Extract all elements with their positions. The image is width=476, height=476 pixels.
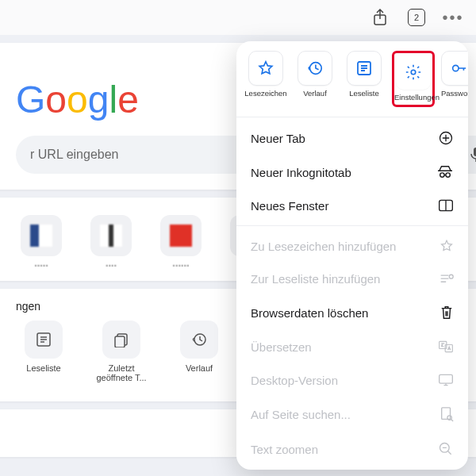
top-toolbar: 2 ••• [0, 0, 476, 35]
zoom-icon [438, 441, 454, 457]
menu-new-tab[interactable]: Neuer Tab [236, 121, 468, 155]
history-icon [298, 51, 332, 86]
svg-point-9 [411, 70, 416, 75]
chip-password-manager[interactable]: Passwortmanag [441, 51, 465, 107]
search-placeholder: r URL eingeben [30, 148, 118, 162]
plus-circle-icon [438, 130, 454, 146]
svg-point-13 [446, 173, 450, 177]
site-tile[interactable]: ▪▪▪▪▪ [16, 215, 67, 270]
menu-add-reading-list: Zur Leseliste hinzufügen [236, 263, 468, 295]
trash-icon [440, 305, 454, 321]
chip-reading-list[interactable]: Leseliste [343, 51, 386, 107]
reading-list-add-icon [440, 273, 454, 286]
incognito-icon [436, 165, 454, 179]
svg-rect-4 [115, 336, 125, 347]
chip-settings[interactable]: Einstellungen [392, 51, 435, 107]
tab-count: 2 [408, 9, 425, 26]
share-icon[interactable] [370, 7, 390, 28]
menu-text-zoom: Text zoomen [236, 432, 468, 466]
gear-icon [396, 55, 431, 90]
monitor-icon [438, 373, 454, 387]
menu-new-incognito[interactable]: Neuer Inkognitotab [236, 155, 468, 189]
overflow-menu-popover: Lesezeichen Verlauf Leseliste Einstellun… [236, 41, 468, 470]
site-tile[interactable]: ▪▪▪▪▪▪ [155, 215, 206, 270]
mic-icon[interactable] [470, 147, 476, 163]
svg-point-15 [449, 274, 453, 278]
svg-point-12 [440, 173, 444, 177]
menu-clear-browsing-data[interactable]: Browserdaten löschen [236, 295, 468, 330]
shortcut-reading-list[interactable]: Leseliste [16, 321, 71, 382]
menu-translate: Übersetzen [236, 330, 468, 363]
split-window-icon [438, 198, 454, 213]
svg-rect-19 [442, 408, 451, 419]
tabs-button[interactable]: 2 [406, 7, 427, 28]
popover-chip-row: Lesezeichen Verlauf Leseliste Einstellun… [236, 51, 468, 113]
page-search-icon [440, 406, 454, 422]
menu-desktop-site: Desktop-Version [236, 363, 468, 397]
chip-bookmarks[interactable]: Lesezeichen [244, 51, 287, 107]
menu-find-in-page: Auf Seite suchen... [236, 397, 468, 432]
svg-point-10 [453, 65, 459, 71]
key-icon [441, 51, 468, 86]
star-icon [248, 51, 283, 86]
site-tile[interactable]: ▪▪▪▪ [86, 215, 136, 270]
overflow-menu-icon[interactable]: ••• [443, 7, 463, 28]
list-icon [347, 51, 382, 86]
chip-history[interactable]: Verlauf [294, 51, 336, 107]
translate-icon [438, 340, 454, 354]
shortcut-history[interactable]: Verlauf [171, 321, 227, 382]
menu-new-window[interactable]: Neues Fenster [236, 189, 468, 222]
svg-rect-18 [440, 374, 453, 383]
menu-add-bookmark: Zu Lesezeichen hinzufügen [236, 229, 468, 263]
star-icon [440, 239, 454, 253]
shortcut-recent-tabs[interactable]: Zuletzt geöffnete T... [94, 321, 149, 382]
